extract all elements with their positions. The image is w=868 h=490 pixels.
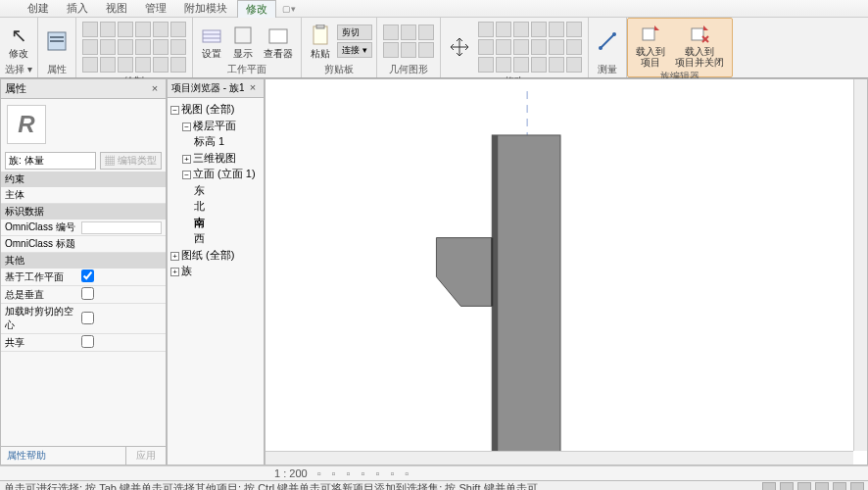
geom-tool[interactable] [418, 24, 434, 40]
geom-tool[interactable] [383, 42, 399, 58]
tree-sheets[interactable]: +图纸 (全部) [170, 247, 261, 264]
draw-tool[interactable] [118, 22, 133, 37]
modify-tool[interactable] [549, 57, 564, 73]
expand-icon[interactable]: + [170, 268, 179, 276]
tab-manage[interactable]: 管理 [137, 0, 174, 17]
view-controls[interactable]: ▫ ▫ ▫ ▫ ▫ ▫ ▫ [317, 467, 413, 479]
modify-tool[interactable] [478, 57, 494, 73]
collapse-icon[interactable]: − [182, 171, 191, 179]
tree-south[interactable]: 南 [170, 215, 261, 231]
modify-tool[interactable] [513, 57, 529, 73]
tree-elevations[interactable]: −立面 (立面 1) [170, 166, 261, 182]
draw-tool[interactable] [135, 22, 151, 37]
modify-tool[interactable] [566, 57, 582, 73]
draw-tool[interactable] [135, 39, 151, 55]
expand-icon[interactable]: + [182, 155, 191, 164]
draw-tool[interactable] [100, 57, 116, 73]
modify-tool[interactable] [496, 22, 511, 37]
draw-tool[interactable] [82, 39, 98, 55]
draw-tool[interactable] [100, 22, 116, 37]
draw-tool[interactable] [170, 39, 186, 55]
tree-north[interactable]: 北 [170, 198, 261, 215]
tree-level1[interactable]: 标高 1 [170, 133, 261, 150]
geom-tool[interactable] [401, 24, 416, 40]
tab-insert[interactable]: 插入 [59, 0, 96, 17]
status-icon[interactable] [815, 482, 829, 490]
load-into-project-button[interactable]: 载入到 项目 [632, 21, 669, 70]
tree-west[interactable]: 西 [170, 230, 261, 247]
status-icon[interactable] [797, 482, 811, 490]
draw-tool[interactable] [170, 57, 186, 73]
vertical-checkbox[interactable] [81, 287, 94, 300]
status-icon[interactable] [780, 482, 794, 490]
draw-tool[interactable] [100, 39, 116, 55]
status-icon[interactable] [850, 482, 864, 490]
workplane-checkbox[interactable] [81, 270, 94, 282]
modify-tool[interactable] [531, 22, 547, 37]
tree-families[interactable]: +族 [170, 263, 261, 279]
modify-tool[interactable] [496, 39, 511, 55]
apply-button[interactable]: 应用 [125, 447, 166, 465]
expand-icon[interactable]: + [170, 252, 179, 261]
draw-tool[interactable] [170, 22, 186, 37]
modify-tool[interactable] [531, 39, 547, 55]
collapse-icon[interactable]: − [170, 106, 179, 115]
collapse-icon[interactable]: − [182, 122, 191, 131]
tree-3dviews[interactable]: +三维视图 [170, 150, 261, 167]
tab-addins[interactable]: 附加模块 [176, 0, 235, 17]
show-workplane-button[interactable]: 显示 [228, 23, 258, 61]
draw-tool[interactable] [153, 57, 169, 73]
draw-tool[interactable] [118, 39, 133, 55]
modify-tool[interactable] [478, 39, 494, 55]
modify-tool[interactable] [478, 22, 494, 37]
draw-tool[interactable] [153, 39, 169, 55]
draw-tool[interactable] [82, 57, 98, 73]
paste-button[interactable]: 粘贴 [306, 23, 335, 61]
draw-tool[interactable] [82, 22, 98, 37]
geom-tool[interactable] [401, 42, 416, 58]
close-icon[interactable]: × [148, 82, 162, 96]
omni-number-input[interactable] [81, 221, 162, 234]
tab-modify[interactable]: 修改 [237, 0, 276, 18]
status-icon[interactable] [762, 482, 776, 490]
draw-tool[interactable] [118, 57, 133, 73]
close-icon[interactable]: × [246, 81, 260, 95]
vertical-scrollbar[interactable] [853, 79, 867, 451]
type-selector[interactable]: 族: 体量 [5, 152, 96, 170]
modify-tool[interactable] [566, 22, 582, 37]
tab-view[interactable]: 视图 [98, 0, 135, 17]
shared-checkbox[interactable] [81, 335, 94, 348]
cut-checkbox[interactable] [81, 312, 94, 324]
properties-button[interactable] [42, 28, 72, 54]
drawing-canvas[interactable] [265, 78, 868, 466]
move-button[interactable] [445, 34, 474, 60]
modify-button[interactable]: ↖ 修改 [4, 23, 33, 61]
properties-help-link[interactable]: 属性帮助 [1, 447, 125, 465]
geom-tool[interactable] [383, 24, 399, 40]
edit-type-button[interactable]: ▦ 编辑类型 [100, 152, 162, 170]
viewer-button[interactable]: 查看器 [260, 23, 297, 61]
geom-tool[interactable] [418, 42, 434, 58]
modify-tool[interactable] [566, 39, 582, 55]
modify-tool[interactable] [549, 22, 564, 37]
modify-tool[interactable] [549, 39, 564, 55]
measure-button[interactable] [593, 28, 622, 54]
modify-tool[interactable] [513, 39, 529, 55]
horizontal-scrollbar[interactable] [265, 451, 853, 465]
join-button[interactable]: 连接 ▾ [337, 42, 372, 58]
tree-east[interactable]: 东 [170, 182, 261, 199]
load-close-button[interactable]: 载入到 项目并关闭 [671, 21, 728, 70]
status-icon[interactable] [833, 482, 846, 490]
ribbon-expand-icon[interactable]: ▢▾ [282, 4, 296, 14]
cut-button[interactable]: 剪切 [337, 24, 372, 40]
modify-tool[interactable] [496, 57, 511, 73]
tree-views[interactable]: −视图 (全部) [170, 101, 261, 118]
group-label-select[interactable]: 选择 ▾ [4, 63, 33, 77]
modify-tool[interactable] [513, 22, 529, 37]
set-workplane-button[interactable]: 设置 [197, 23, 226, 61]
draw-tool[interactable] [153, 22, 169, 37]
draw-tool[interactable] [135, 57, 151, 73]
tab-create[interactable]: 创建 [20, 0, 57, 17]
tree-floorplans[interactable]: −楼层平面 [170, 118, 261, 134]
modify-tool[interactable] [531, 57, 547, 73]
